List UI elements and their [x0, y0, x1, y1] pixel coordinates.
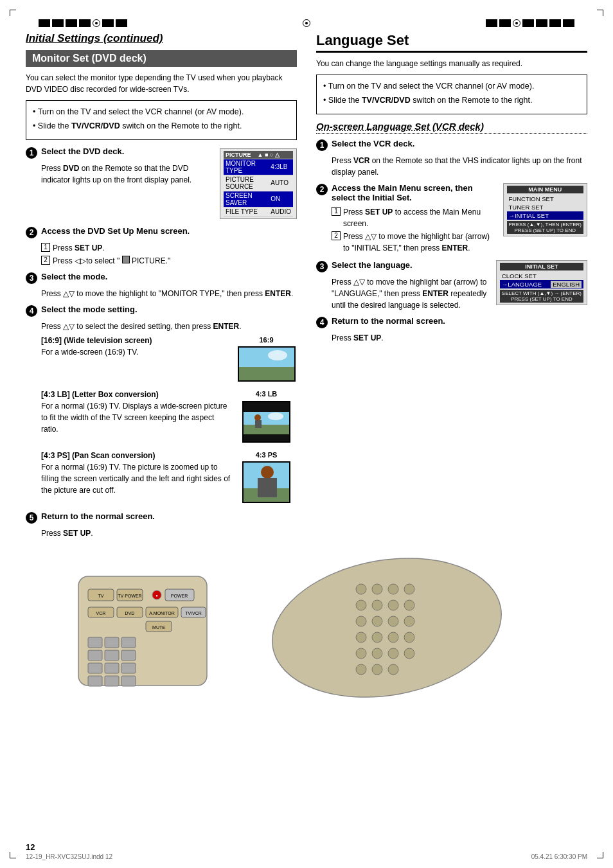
footer-left: 12-19_HR-XVC32SUJ.indd 12	[26, 853, 112, 860]
step-title-1: Select the DVD deck.	[41, 146, 124, 156]
step-title-5: Return to the normal screen.	[41, 511, 155, 521]
right-column: Language Set You can change the language…	[316, 32, 587, 544]
svg-point-62	[388, 632, 398, 642]
left-column: Initial Settings (continued) Monitor Set…	[26, 32, 297, 544]
svg-point-70	[388, 664, 398, 675]
svg-rect-35	[88, 637, 102, 648]
svg-point-67	[404, 648, 414, 659]
bullet-box-left: • Turn on the TV and select the VCR chan…	[26, 100, 297, 140]
step-3-left: 3 Select the mode. Press △▽ to move the …	[26, 272, 297, 299]
bullet-line1-left: • Turn on the TV and select the VCR chan…	[33, 106, 290, 118]
step-num-4: 4	[26, 305, 37, 317]
step-r-num-4: 4	[316, 317, 328, 328]
svg-rect-45	[105, 676, 119, 686]
step-1-left: 1 Select the DVD deck. Press DVD on the …	[26, 146, 297, 221]
intro-text-left: You can select the monitor type dependin…	[26, 72, 297, 95]
svg-rect-40	[121, 650, 136, 660]
bullet-box-right: • Turn on the TV and select the VCR chan…	[316, 75, 587, 114]
svg-point-58	[388, 616, 398, 626]
option-43ps-body: For a normal (16:9) TV. The picture is z…	[41, 461, 231, 496]
step-title-3: Select the mode.	[41, 272, 107, 281]
svg-text:TV/VCR: TV/VCR	[185, 611, 202, 616]
step-r-body-3: Press △▽ to move the highlight bar (arro…	[332, 276, 491, 311]
svg-point-69	[372, 664, 382, 675]
tv-img-43lb	[244, 402, 290, 443]
step-title-2: Access the DVD Set Up Menu screen.	[41, 226, 190, 236]
page-number: 12	[26, 842, 35, 852]
svg-point-65	[372, 648, 382, 659]
svg-rect-5	[244, 402, 290, 412]
svg-rect-36	[105, 637, 119, 648]
step-num-3: 3	[26, 272, 37, 284]
svg-point-56	[356, 616, 366, 626]
svg-point-63	[404, 632, 414, 642]
reg-mark-left	[39, 19, 127, 27]
svg-text:MUTE: MUTE	[152, 625, 165, 630]
svg-rect-42	[105, 663, 119, 673]
tv-img-169	[239, 348, 296, 382]
option-43lb-body: For a normal (16:9) TV. Displays a wide-…	[41, 400, 231, 435]
svg-rect-43	[121, 663, 136, 673]
svg-rect-6	[244, 434, 290, 443]
step-r-num-2: 2	[316, 184, 328, 195]
language-set-title: Language Set	[316, 32, 587, 53]
svg-rect-2	[239, 348, 296, 367]
sub-step-r-2-1: 1 Press SET UP to access the Main Menu s…	[332, 206, 498, 229]
svg-rect-37	[121, 637, 136, 648]
intro-text-right: You can change the language settings man…	[316, 58, 587, 69]
step-r-num-1: 1	[316, 139, 328, 151]
remote-illustration: TV TV POWER ● POWER VCR DVD A.MONITOR TV…	[66, 557, 547, 698]
svg-point-49	[372, 584, 382, 594]
tv-img-43ps	[244, 463, 290, 503]
svg-point-9	[268, 412, 283, 420]
svg-point-57	[372, 616, 382, 626]
svg-point-53	[372, 600, 382, 610]
step-num-2: 2	[26, 227, 37, 238]
svg-rect-38	[88, 650, 102, 660]
svg-point-61	[372, 632, 382, 642]
step-2-left: 2 Access the DVD Set Up Menu screen. 1 P…	[26, 226, 297, 267]
initial-set-screen: INITIAL SET CLOCK SET →LANGUAGEENGLISH S…	[496, 260, 587, 305]
step-title-4: Select the mode setting.	[41, 305, 138, 314]
svg-point-64	[356, 648, 366, 659]
option-169-label: [16:9] (Wide television screen)	[41, 336, 152, 345]
step-2-right: 2 Access the Main Menu screen, then sele…	[316, 183, 587, 255]
svg-text:TV POWER: TV POWER	[118, 594, 141, 598]
sub-step-2-1: 1 Press SET UP.	[41, 242, 297, 254]
step-body-3: Press △▽ to move the highlight to "MONIT…	[41, 288, 297, 299]
svg-text:VCR: VCR	[96, 611, 106, 616]
bullet-line2-left: • Slide the TV/VCR/DVD switch on the Rem…	[33, 120, 290, 132]
svg-rect-46	[121, 676, 136, 686]
step-1-right: 1 Select the VCR deck. Press VCR on the …	[316, 139, 587, 178]
footer-right: 05.4.21 6:30:30 PM	[531, 853, 587, 860]
svg-point-48	[356, 584, 366, 594]
svg-point-3	[268, 350, 287, 360]
svg-text:TV: TV	[98, 594, 104, 598]
svg-rect-41	[88, 663, 102, 673]
option-43ps-label: [4:3 PS] (Pan Scan conversion)	[41, 451, 155, 460]
step-r-body-4: Press SET UP.	[332, 332, 587, 344]
reg-mark-right	[486, 19, 574, 27]
label-43lb: 4:3 LB	[236, 389, 297, 400]
footer: 12-19_HR-XVC32SUJ.indd 12 05.4.21 6:30:3…	[0, 853, 613, 860]
svg-rect-39	[105, 650, 119, 660]
svg-text:●: ●	[155, 594, 158, 598]
step-r-title-3: Select the language.	[332, 260, 413, 270]
svg-rect-1	[239, 367, 296, 382]
step-5-left: 5 Return to the normal screen. Press SET…	[26, 511, 297, 539]
svg-point-59	[404, 616, 414, 626]
step-body-5: Press SET UP.	[41, 527, 297, 539]
step-4-left: 4 Select the mode setting. Press △▽ to s…	[26, 305, 297, 507]
step-r-title-1: Select the VCR deck.	[332, 139, 414, 148]
option-169-body: For a wide-screen (16:9) TV.	[41, 346, 231, 358]
step-r-title-4: Return to the normal screen.	[332, 316, 445, 326]
svg-rect-44	[88, 676, 102, 686]
svg-text:DVD: DVD	[125, 611, 135, 616]
svg-rect-15	[258, 478, 277, 497]
step-body-1: Press DVD on the Remote so that the DVD …	[41, 163, 215, 186]
svg-point-10	[254, 414, 261, 421]
svg-point-47	[262, 557, 513, 698]
label-169: 16:9	[236, 335, 297, 346]
step-r-body-1: Press VCR on the Remote so that the VHS …	[332, 155, 587, 178]
step-num-5: 5	[26, 512, 37, 524]
